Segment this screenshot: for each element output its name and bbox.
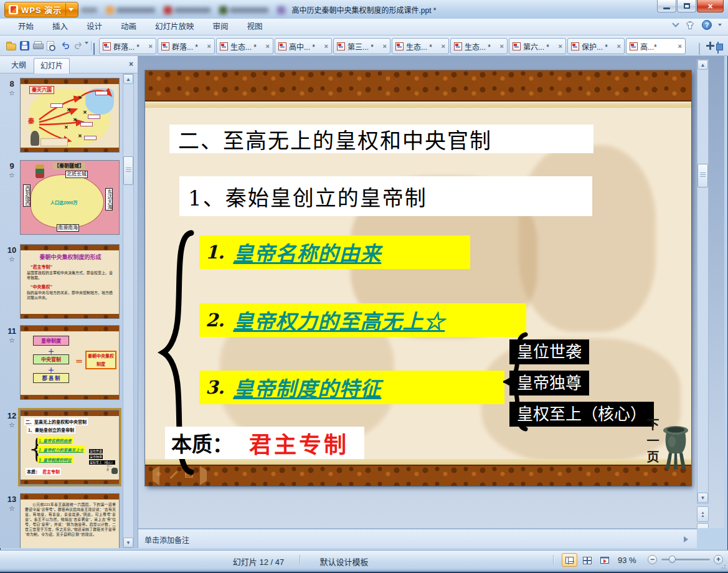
help-button[interactable]: ? bbox=[702, 20, 712, 30]
next-slide-button[interactable]: ▼▼ bbox=[697, 523, 709, 528]
doc-tab[interactable]: 第六... *× bbox=[509, 38, 566, 54]
maximize-button[interactable] bbox=[677, 0, 696, 12]
tab-close-icon[interactable]: × bbox=[559, 43, 562, 50]
thumb-title: 秦朝中央集权制度的形成 bbox=[21, 253, 120, 261]
scroll-down-button[interactable]: ▼ bbox=[123, 537, 133, 547]
collapse-ribbon-icon[interactable] bbox=[672, 20, 679, 27]
print-button[interactable] bbox=[31, 39, 44, 52]
slide-11-thumbnail[interactable]: 皇帝制度 ＋ 中央官制 ＋ 郡 县 制 ＝ 秦朝中央集权制度 bbox=[20, 325, 120, 400]
doc-tab[interactable]: 生态... *× bbox=[216, 38, 273, 54]
tab-close-icon[interactable]: × bbox=[500, 43, 504, 50]
slide-sorter-button[interactable] bbox=[579, 553, 595, 567]
menu-slideshow[interactable]: 幻灯片放映 bbox=[146, 19, 204, 35]
scrollbar-track[interactable] bbox=[697, 59, 709, 504]
tab-close-icon[interactable]: × bbox=[442, 43, 445, 50]
slide-heading2-box[interactable]: 1、秦始皇创立的皇帝制 bbox=[179, 176, 592, 216]
item-link-text[interactable]: 皇帝名称的由来 bbox=[233, 237, 381, 267]
slide-canvas[interactable]: 二、至高无上的皇权和中央官制 1、秦始皇创立的皇帝制 1. 皇帝名称的由来 2.… bbox=[145, 70, 691, 486]
slideshow-button[interactable] bbox=[597, 553, 612, 567]
menu-view[interactable]: 视图 bbox=[238, 19, 272, 35]
doc-tab[interactable]: 高中... *× bbox=[275, 38, 332, 54]
menu-animation[interactable]: 动画 bbox=[111, 19, 146, 35]
tab-close-icon[interactable]: × bbox=[617, 43, 621, 50]
undo-button[interactable] bbox=[59, 39, 71, 52]
slide-9-thumbnail[interactable]: 【秦朝疆域】 北抵长城 西到陇西 东达大海 南濒南海 人口达2000万 bbox=[20, 160, 120, 235]
ornate-border bbox=[21, 245, 120, 250]
item-link-text[interactable]: 皇帝制度的特征 bbox=[233, 372, 381, 402]
app-menu-dropdown[interactable] bbox=[65, 3, 75, 16]
slide-panel-header: 大纲 幻灯片 × bbox=[0, 56, 138, 73]
bronze-ding-icon[interactable] bbox=[662, 424, 689, 474]
doc-tab[interactable]: 第三... *× bbox=[333, 38, 390, 54]
ornate-border bbox=[21, 395, 120, 399]
slideshow-play-icon bbox=[600, 557, 609, 564]
menu-bar-right-icons: ? bbox=[673, 20, 722, 30]
slide-item-2[interactable]: 2. 皇帝权力的至高无上☆ bbox=[199, 303, 526, 337]
panel-close-icon[interactable]: × bbox=[129, 60, 133, 69]
tab-close-icon[interactable]: × bbox=[149, 43, 153, 50]
notes-pane[interactable]: 单击添加备注 bbox=[138, 528, 697, 548]
essence-box[interactable]: 本质： 君主专制 bbox=[165, 427, 364, 459]
scrollbar-thumb[interactable] bbox=[123, 156, 133, 185]
close-button[interactable]: × bbox=[697, 0, 724, 12]
redo-button[interactable] bbox=[72, 39, 85, 52]
feature-box-3[interactable]: 皇权至上（核心） bbox=[509, 402, 654, 427]
resize-grip[interactable] bbox=[724, 565, 726, 566]
arrange-windows-button[interactable] bbox=[717, 42, 719, 54]
scroll-down-button[interactable]: ▼ bbox=[697, 493, 708, 503]
tab-slides[interactable]: 幻灯片 bbox=[34, 58, 70, 73]
tab-outline[interactable]: 大纲 bbox=[5, 58, 32, 73]
slide-10-thumbnail[interactable]: 秦朝中央集权制度的形成 “君主专制” 是国家政权的主宰和中央决策方式，即皇权至上… bbox=[20, 244, 120, 319]
tab-close-icon[interactable]: × bbox=[266, 43, 270, 50]
tab-close-icon[interactable]: × bbox=[383, 43, 387, 50]
tab-close-icon[interactable]: × bbox=[207, 43, 211, 50]
normal-view-button[interactable] bbox=[562, 553, 577, 567]
help-dropdown-icon[interactable] bbox=[718, 24, 722, 26]
print-preview-button[interactable] bbox=[44, 39, 57, 52]
doc-tab[interactable]: 群落... *× bbox=[99, 38, 156, 54]
doc-tab[interactable]: 保护... *× bbox=[567, 38, 625, 54]
doc-tab[interactable]: 生态... *× bbox=[392, 38, 449, 54]
doc-tab[interactable]: 群落... *× bbox=[158, 38, 215, 54]
scroll-tabs-right-button[interactable] bbox=[699, 43, 700, 54]
skin-shirt-icon[interactable] bbox=[684, 21, 696, 30]
wps-app-button[interactable]: WPS 演示 bbox=[4, 2, 78, 17]
slide-13-thumbnail[interactable]: 公元前221年秦王嬴政统一六国后，下的第一道重要诏令是“议帝号”。群臣商议后向秦… bbox=[20, 493, 120, 548]
ghost-forward-icon[interactable] bbox=[200, 470, 207, 481]
toolbar-separator bbox=[91, 41, 92, 50]
doc-tab[interactable]: 生态... *× bbox=[450, 38, 508, 54]
feature-box-1[interactable]: 皇位世袭 bbox=[509, 339, 589, 364]
tab-close-icon[interactable]: × bbox=[678, 43, 682, 50]
tab-close-icon[interactable]: × bbox=[324, 43, 328, 50]
open-button[interactable] bbox=[5, 39, 17, 52]
notes-expand-icon[interactable] bbox=[684, 536, 688, 542]
print-preview-icon bbox=[47, 41, 54, 50]
slide-panel-scrollbar[interactable]: ▲ ▼ bbox=[123, 73, 134, 548]
scroll-up-button[interactable]: ▲ bbox=[697, 60, 708, 70]
next-page-button[interactable]: 下一页 bbox=[643, 418, 661, 471]
minimize-button[interactable] bbox=[657, 0, 676, 12]
slide-8-thumbnail[interactable]: 秦灭六国 秦 ✕✕ ✕✕ ✕✕ bbox=[20, 78, 120, 153]
zoom-slider-thumb[interactable] bbox=[669, 556, 676, 563]
zoom-in-button[interactable]: + bbox=[714, 555, 723, 564]
notes-placeholder[interactable]: 单击添加备注 bbox=[144, 534, 189, 545]
menu-insert[interactable]: 插入 bbox=[43, 19, 77, 35]
previous-slide-button[interactable]: ▲▲ bbox=[697, 506, 709, 522]
slide-item-3[interactable]: 3. 皇帝制度的特征 bbox=[199, 371, 504, 404]
slide-item-1[interactable]: 1. 皇帝名称的由来 bbox=[199, 235, 470, 269]
slide-heading1-box[interactable]: 二、至高无上的皇权和中央官制 bbox=[169, 125, 593, 153]
slide-12-thumbnail-selected[interactable]: 二、至高无上的皇权和中央官制 1、秦始皇创立的皇帝制 { 1. 皇帝名称的由来 … bbox=[20, 410, 120, 485]
scrollbar-thumb[interactable] bbox=[697, 164, 708, 187]
save-button[interactable] bbox=[18, 39, 31, 52]
scroll-up-button[interactable]: ▲ bbox=[123, 74, 133, 84]
toolbar-more-dropdown[interactable] bbox=[85, 44, 88, 55]
menu-home[interactable]: 开始 bbox=[9, 19, 43, 35]
menu-review[interactable]: 审阅 bbox=[204, 19, 238, 35]
feature-box-2[interactable]: 皇帝独尊 bbox=[509, 371, 589, 395]
item-link-text[interactable]: 皇帝权力的至高无上☆ bbox=[233, 305, 445, 335]
doc-tab-active[interactable]: 高...*× bbox=[626, 38, 686, 54]
zoom-out-button[interactable]: − bbox=[648, 555, 657, 564]
menu-design[interactable]: 设计 bbox=[77, 19, 111, 35]
scroll-tabs-left-button[interactable] bbox=[93, 43, 95, 54]
main-vertical-scrollbar[interactable]: ▲ ▼ ▲▲ ▼▼ bbox=[697, 59, 709, 528]
